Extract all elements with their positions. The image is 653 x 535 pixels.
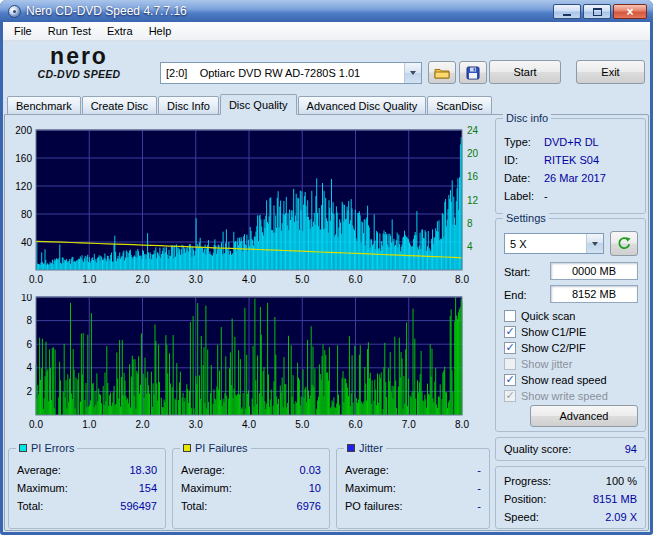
position-row: Position: 8151 MB [504, 492, 637, 505]
checkbox-show-read-speed[interactable]: ✓ Show read speed [504, 372, 607, 387]
position-label: Position: [504, 493, 546, 505]
menu-extra[interactable]: Extra [99, 23, 141, 39]
disc-date-value: 26 Mar 2017 [544, 172, 606, 184]
floppy-save-icon [466, 66, 480, 80]
stat-row: Total: 596497 [17, 499, 157, 512]
check-icon: ✓ [505, 390, 514, 401]
checkbox-box: ✓ [504, 374, 516, 386]
tab-benchmark[interactable]: Benchmark [7, 96, 81, 115]
stat-label: Average: [345, 464, 389, 476]
settings-title: Settings [503, 212, 549, 225]
svg-text:8: 8 [467, 218, 473, 229]
disc-type-label: Type: [504, 136, 544, 148]
drive-selector-dropdown-button[interactable] [404, 63, 421, 83]
checkbox-label: Show write speed [521, 390, 608, 402]
svg-text:7.0: 7.0 [402, 274, 416, 285]
end-position-field[interactable]: 8152 MB [550, 285, 638, 303]
progress-label: Progress: [504, 475, 551, 487]
disc-label-row: Label: - [504, 189, 641, 203]
disc-id-row: ID: RITEK S04 [504, 153, 641, 167]
tab-create-disc[interactable]: Create Disc [82, 96, 157, 115]
settings-group: Settings 5 X Start: 0000 MB End: 8152 MB… [495, 218, 646, 432]
pi-failures-title: PI Failures [195, 442, 248, 455]
stat-row: Average: - [345, 463, 481, 476]
quality-score-box: Quality score: 94 [495, 437, 646, 461]
minimize-button[interactable] [553, 4, 581, 19]
save-button[interactable] [459, 61, 487, 84]
stat-row: Average: 18.30 [17, 463, 157, 476]
open-folder-icon [434, 67, 450, 79]
svg-text:1.0: 1.0 [82, 274, 96, 285]
pi-errors-group: PI Errors Average: 18.30 Maximum: 154 To… [8, 448, 166, 529]
nero-logo-text: nero [8, 45, 150, 67]
checkbox-box: ✓ [504, 326, 516, 338]
svg-text:20: 20 [467, 148, 479, 159]
menu-file[interactable]: File [6, 23, 40, 39]
checkbox-box: ✓ [504, 342, 516, 354]
pie-chart: 20016012080400.01.02.03.04.05.06.07.08.0… [12, 126, 490, 290]
chevron-down-icon [410, 71, 416, 75]
window-title: Nero CD-DVD Speed 4.7.7.16 [26, 4, 187, 18]
svg-text:10: 10 [21, 294, 33, 303]
checkbox-label: Quick scan [521, 310, 575, 322]
stat-value: 10 [309, 482, 321, 494]
progress-value: 100 % [606, 475, 637, 487]
speed-label: Speed: [504, 511, 539, 523]
caption-buttons: × [553, 4, 647, 19]
exit-button[interactable]: Exit [576, 60, 645, 84]
pi-errors-title: PI Errors [31, 442, 74, 455]
drive-selector[interactable]: [2:0] Optiarc DVD RW AD-7280S 1.01 [160, 62, 422, 84]
speed-selector[interactable]: 5 X [504, 233, 604, 254]
checkbox-show-c2-pif[interactable]: ✓ Show C2/PIF [504, 340, 586, 355]
svg-text:8.0: 8.0 [455, 274, 469, 285]
checkbox-label: Show read speed [521, 374, 607, 386]
tab-disc-info[interactable]: Disc Info [158, 96, 219, 115]
checkbox-quick-scan[interactable]: ✓ Quick scan [504, 308, 575, 323]
disc-type-row: Type: DVD+R DL [504, 135, 641, 149]
jitter-caption: Jitter [344, 442, 386, 455]
tab-advanced-disc-quality[interactable]: Advanced Disc Quality [298, 96, 427, 115]
disc-id-value: RITEK S04 [544, 154, 599, 166]
start-position-field[interactable]: 0000 MB [550, 262, 638, 280]
stat-row: PO failures: - [345, 499, 481, 512]
stat-value: 6976 [297, 500, 321, 512]
refresh-button[interactable] [610, 231, 638, 256]
maximize-button[interactable] [583, 4, 611, 19]
stat-label: PO failures: [345, 500, 402, 512]
start-button[interactable]: Start [489, 60, 561, 84]
open-button[interactable] [428, 61, 456, 84]
chevron-down-icon [592, 242, 598, 246]
svg-text:3.0: 3.0 [189, 274, 203, 285]
tab-disc-quality[interactable]: Disc Quality [220, 94, 297, 115]
speed-selector-dropdown-button[interactable] [586, 234, 603, 253]
stat-value: - [477, 500, 481, 512]
cddvdspeed-logo-text: CD-DVD SPEED [8, 68, 150, 80]
svg-text:40: 40 [21, 237, 33, 248]
tab-scandisc[interactable]: ScanDisc [427, 96, 491, 115]
svg-text:5.0: 5.0 [295, 274, 309, 285]
speed-selector-value: 5 X [505, 234, 586, 253]
close-button[interactable]: × [613, 4, 647, 19]
svg-text:8.0: 8.0 [455, 419, 469, 430]
speed-value: 2.09 X [605, 511, 637, 523]
menu-help[interactable]: Help [141, 23, 180, 39]
svg-text:24: 24 [467, 126, 479, 136]
menu-bar: File Run Test Extra Help [3, 22, 650, 41]
pi-failures-color-swatch [183, 444, 191, 452]
checkbox-box: ✓ [504, 390, 516, 402]
menu-run-test[interactable]: Run Test [40, 23, 99, 39]
stat-row: Average: 0.03 [181, 463, 321, 476]
svg-text:1.0: 1.0 [82, 419, 96, 430]
svg-text:6.0: 6.0 [349, 274, 363, 285]
svg-text:6.0: 6.0 [349, 419, 363, 430]
checkbox-show-write-speed[interactable]: ✓ Show write speed [504, 388, 608, 403]
progress-row: Progress: 100 % [504, 474, 637, 487]
disc-info-title: Disc info [503, 112, 551, 125]
advanced-button[interactable]: Advanced [530, 405, 638, 427]
tab-strip: Benchmark Create Disc Disc Info Disc Qua… [7, 94, 493, 115]
speed-row: Speed: 2.09 X [504, 510, 637, 523]
end-position-label: End: [504, 288, 527, 302]
stat-value: 154 [139, 482, 157, 494]
checkbox-show-jitter[interactable]: ✓ Show jitter [504, 356, 572, 371]
checkbox-show-c1-pie[interactable]: ✓ Show C1/PIE [504, 324, 586, 339]
